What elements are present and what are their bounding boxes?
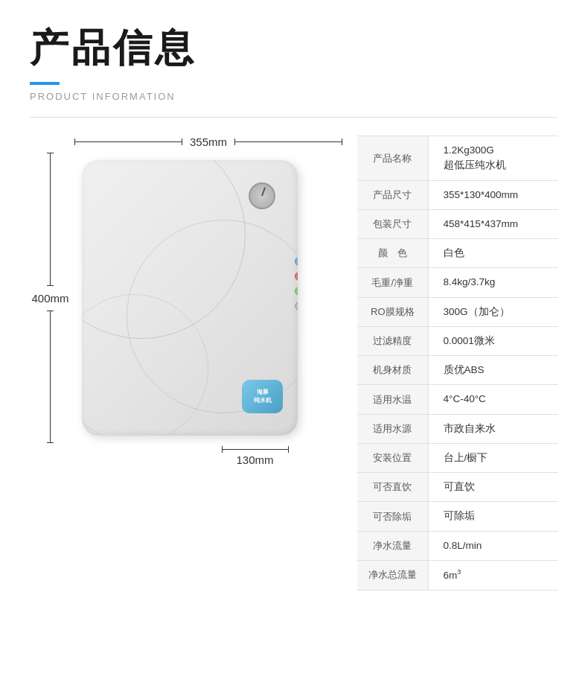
specs-label: 适用水温 [357, 385, 428, 414]
specs-label: 毛重/净重 [357, 268, 428, 297]
specs-label: 适用水源 [357, 414, 428, 443]
specs-label: 可否直饮 [357, 473, 428, 502]
specs-label: 包装尺寸 [357, 209, 428, 238]
specs-label: 安装位置 [357, 443, 428, 472]
specs-value: 355*130*400mm [428, 180, 558, 209]
specs-label: 过滤精度 [357, 326, 428, 355]
dim-left: 400mm [30, 153, 71, 443]
specs-value: 0.0001微米 [428, 326, 558, 355]
header-section: 产品信息 PRODUCT INFORMATION [30, 22, 558, 118]
specs-row: 过滤精度0.0001微米 [357, 326, 558, 355]
specs-value: 8.4kg/3.7kg [428, 268, 558, 297]
specs-value: 市政自来水 [428, 414, 558, 443]
specs-row: 适用水温4°C-40°C [357, 385, 558, 414]
dim-line-top-right [234, 141, 342, 142]
page-wrapper: 产品信息 PRODUCT INFORMATION 355mm 400mm [0, 0, 588, 700]
specs-row: 机身材质质优ABS [357, 356, 558, 385]
dim-line-short [222, 449, 289, 450]
specs-value: 0.8L/min [428, 531, 558, 560]
connector-dot-red [295, 272, 298, 281]
specs-value: 6m3 [428, 560, 558, 590]
specs-row: 包装尺寸458*415*437mm [357, 209, 558, 238]
dim-height-label: 400mm [31, 286, 68, 311]
device-logo-text: 海豚 纯水机 [254, 389, 272, 404]
dim-top: 355mm [74, 136, 342, 148]
specs-label: 产品名称 [357, 136, 428, 181]
specs-value: 白色 [428, 239, 558, 268]
page-title: 产品信息 [30, 22, 558, 74]
specs-label: 可否除垢 [357, 502, 428, 531]
product-image-section: 355mm 400mm [30, 136, 342, 466]
dim-line-top [74, 141, 182, 142]
dim-line-left-top [50, 153, 51, 286]
specs-value: 4°C-40°C [428, 385, 558, 414]
device-gauge [249, 182, 275, 209]
specs-row: 可否除垢可除垢 [357, 502, 558, 531]
specs-value: 300G（加仑） [428, 297, 558, 326]
specs-label: 产品尺寸 [357, 180, 428, 209]
specs-value: 可除垢 [428, 502, 558, 531]
specs-label: 净水流量 [357, 531, 428, 560]
divider-line [30, 117, 558, 118]
specs-table: 产品名称1.2Kg300G超低压纯水机产品尺寸355*130*400mm包装尺寸… [357, 136, 558, 591]
specs-row: 毛重/净重8.4kg/3.7kg [357, 268, 558, 297]
specs-label: 颜 色 [357, 239, 428, 268]
specs-table-section: 产品名称1.2Kg300G超低压纯水机产品尺寸355*130*400mm包装尺寸… [357, 136, 558, 591]
dim-bottom-wrapper: 130mm [167, 449, 342, 466]
device-container: 海豚 纯水机 [74, 153, 305, 443]
device-body: 海豚 纯水机 [82, 160, 298, 436]
connector-dot-green [295, 287, 298, 296]
specs-row: 安装位置台上/橱下 [357, 443, 558, 472]
dim-depth-label: 130mm [236, 454, 273, 466]
device-logo: 海豚 纯水机 [242, 380, 283, 413]
dim-arrow-line [222, 449, 289, 450]
header-subtitle: PRODUCT INFORMATION [30, 91, 558, 102]
specs-label: 净水总流量 [357, 560, 428, 590]
dim-width-label: 355mm [182, 136, 234, 148]
specs-value: 1.2Kg300G超低压纯水机 [428, 136, 558, 181]
specs-label: RO膜规格 [357, 297, 428, 326]
specs-row: RO膜规格300G（加仑） [357, 297, 558, 326]
specs-value: 质优ABS [428, 356, 558, 385]
main-content: 355mm 400mm [30, 136, 558, 591]
specs-value: 台上/橱下 [428, 443, 558, 472]
specs-row: 适用水源市政自来水 [357, 414, 558, 443]
device-connectors [295, 257, 298, 311]
connector-dot-blue [295, 257, 298, 266]
accent-line [30, 82, 60, 85]
specs-row: 产品名称1.2Kg300G超低压纯水机 [357, 136, 558, 181]
specs-row: 颜 色白色 [357, 239, 558, 268]
specs-value: 458*415*437mm [428, 209, 558, 238]
specs-row: 可否直饮可直饮 [357, 473, 558, 502]
specs-row: 净水流量0.8L/min [357, 531, 558, 560]
specs-value: 可直饮 [428, 473, 558, 502]
dim-line-left-bottom [50, 311, 51, 444]
specs-label: 机身材质 [357, 356, 428, 385]
specs-row: 产品尺寸355*130*400mm [357, 180, 558, 209]
specs-row: 净水总流量6m3 [357, 560, 558, 590]
connector-dot-gray [295, 302, 298, 311]
